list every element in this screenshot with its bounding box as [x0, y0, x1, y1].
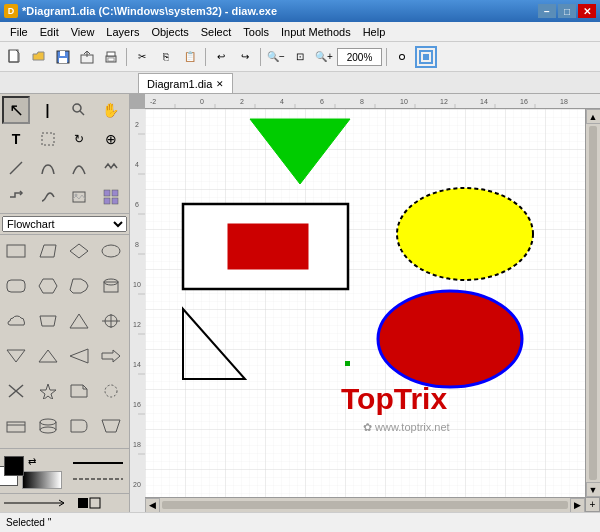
rotate-tool[interactable]: ↻ [65, 125, 93, 153]
inner-red-rect[interactable] [228, 224, 308, 269]
corner-button[interactable]: + [585, 497, 600, 512]
shape-cloud[interactable] [2, 307, 30, 335]
line-style-button[interactable] [70, 456, 125, 470]
paste-button[interactable]: 📋 [179, 46, 201, 68]
shape-rounded-rect[interactable] [2, 272, 30, 300]
scroll-track-horizontal[interactable] [162, 501, 568, 509]
canvas[interactable]: TopTrix ✿ www.toptrix.net [145, 109, 600, 512]
scroll-tool[interactable]: ✋ [97, 96, 125, 124]
tab-close-button[interactable]: ✕ [216, 79, 224, 89]
menu-view[interactable]: View [65, 24, 101, 40]
snap-toggle[interactable] [415, 46, 437, 68]
line-display [76, 496, 106, 510]
shape-uptriangle[interactable] [34, 342, 62, 370]
close-button[interactable]: ✕ [578, 4, 596, 18]
zoom-in-button[interactable]: 🔍+ [313, 46, 335, 68]
shape-downtriangle[interactable] [2, 342, 30, 370]
select-tool[interactable]: ↖ [2, 96, 30, 124]
shape-left-triangle[interactable] [65, 342, 93, 370]
menu-input-methods[interactable]: Input Methods [275, 24, 357, 40]
menu-select[interactable]: Select [195, 24, 238, 40]
shape-cylinder[interactable] [97, 272, 125, 300]
shape-trapezoid[interactable] [34, 307, 62, 335]
menu-file[interactable]: File [4, 24, 34, 40]
bezier-tool[interactable] [34, 154, 62, 182]
shape-note[interactable] [65, 377, 93, 405]
shape-delay[interactable] [65, 412, 93, 440]
shape-category-selector[interactable]: Flowchart UML Network Basic [0, 214, 129, 235]
svg-rect-19 [112, 190, 118, 196]
scroll-track-vertical[interactable] [589, 126, 597, 480]
yellow-ellipse[interactable] [397, 188, 533, 280]
select-region-tool[interactable] [34, 125, 62, 153]
menu-tools[interactable]: Tools [237, 24, 275, 40]
diagram-svg[interactable]: TopTrix ✿ www.toptrix.net [145, 109, 600, 512]
line-tool[interactable] [2, 154, 30, 182]
open-button[interactable] [28, 46, 50, 68]
foreground-color[interactable] [4, 456, 24, 476]
scroll-left-button[interactable]: ◀ [145, 498, 160, 513]
scroll-up-button[interactable]: ▲ [586, 109, 601, 124]
redo-button[interactable]: ↪ [234, 46, 256, 68]
new-button[interactable] [4, 46, 26, 68]
svg-text:4: 4 [135, 161, 139, 168]
menu-help[interactable]: Help [357, 24, 392, 40]
scroll-right-button[interactable]: ▶ [570, 498, 585, 513]
shape-right-arrow[interactable] [97, 342, 125, 370]
shape-triangle[interactable] [65, 307, 93, 335]
shape-hexagon[interactable] [34, 272, 62, 300]
shape-manual-loop[interactable] [97, 412, 125, 440]
maximize-button[interactable]: □ [558, 4, 576, 18]
shape-cross[interactable] [97, 307, 125, 335]
undo-button[interactable]: ↩ [210, 46, 232, 68]
shape-octagon[interactable] [65, 272, 93, 300]
shape-rect2[interactable] [2, 412, 30, 440]
shape-diamond[interactable] [65, 237, 93, 265]
arc-tool[interactable] [65, 154, 93, 182]
swap-colors-button[interactable]: ⇄ [22, 453, 42, 469]
grid-toggle[interactable] [391, 46, 413, 68]
menu-objects[interactable]: Objects [145, 24, 194, 40]
connector-tool[interactable] [2, 183, 30, 211]
zoom-fit-button[interactable]: ⊡ [289, 46, 311, 68]
color-spectrum[interactable] [22, 471, 62, 489]
text-insert-tool[interactable]: | [34, 96, 62, 124]
shape-ellipse[interactable] [97, 237, 125, 265]
minimize-button[interactable]: − [538, 4, 556, 18]
cut-button[interactable]: ✂ [131, 46, 153, 68]
save-button[interactable] [52, 46, 74, 68]
magnify-tool[interactable] [65, 96, 93, 124]
text-tool[interactable]: T [2, 125, 30, 153]
copy-button[interactable]: ⎘ [155, 46, 177, 68]
print-button[interactable] [100, 46, 122, 68]
move-tool[interactable]: ⊕ [97, 125, 125, 153]
scroll-down-button[interactable]: ▼ [586, 482, 601, 497]
scrollbar-horizontal[interactable]: ◀ ▶ [145, 497, 585, 512]
zigzag-tool[interactable] [97, 154, 125, 182]
image-tool[interactable] [65, 183, 93, 211]
spline-tool[interactable] [34, 183, 62, 211]
green-triangle[interactable] [250, 119, 350, 184]
svg-marker-28 [70, 279, 88, 293]
svg-marker-39 [102, 350, 120, 362]
shape-star[interactable] [34, 377, 62, 405]
zoom-out-button[interactable]: 🔍− [265, 46, 287, 68]
menu-edit[interactable]: Edit [34, 24, 65, 40]
red-ellipse[interactable] [378, 291, 522, 387]
shape-parallelogram[interactable] [34, 237, 62, 265]
scrollbar-vertical[interactable]: ▲ ▼ [585, 109, 600, 497]
shape-rect[interactable] [2, 237, 30, 265]
shape-drum[interactable] [34, 412, 62, 440]
shape-dotted-circle[interactable] [97, 377, 125, 405]
pattern-tool[interactable] [97, 183, 125, 211]
shape-category-dropdown[interactable]: Flowchart UML Network Basic [2, 216, 127, 232]
shape-xmark[interactable] [2, 377, 30, 405]
diagram-tab[interactable]: Diagram1.dia ✕ [138, 73, 233, 93]
status-text: Selected '' [6, 517, 52, 528]
outline-triangle[interactable] [183, 309, 245, 379]
titlebar-left: D *Diagram1.dia (C:\Windows\system32) - … [4, 4, 277, 18]
export-button[interactable] [76, 46, 98, 68]
menu-layers[interactable]: Layers [100, 24, 145, 40]
svg-text:8: 8 [135, 241, 139, 248]
line-style2-button[interactable] [70, 472, 125, 486]
